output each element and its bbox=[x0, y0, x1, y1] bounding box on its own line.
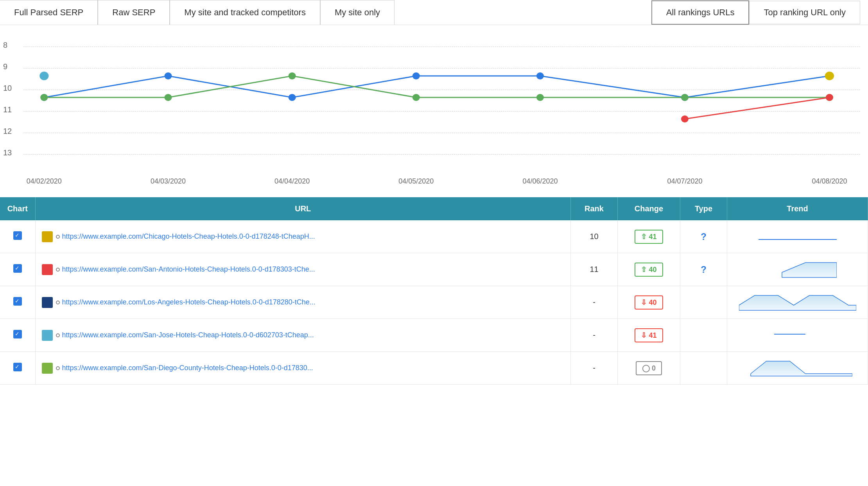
row-0-type-icon: ? bbox=[701, 231, 707, 242]
row-2-url-link[interactable]: https://www.example.com/Los-Angeles-Hote… bbox=[62, 298, 316, 306]
row-4-circle-dot bbox=[56, 366, 60, 370]
chart-point-yellow bbox=[825, 72, 834, 80]
row-4-trend bbox=[727, 352, 868, 385]
row-2-color-swatch bbox=[42, 297, 53, 308]
chart-point-red-1 bbox=[826, 94, 833, 101]
chart-point-green-0 bbox=[40, 94, 48, 101]
chart-point-blue-4 bbox=[536, 72, 544, 79]
svg-marker-4 bbox=[751, 361, 852, 376]
tab-all-rankings-urls[interactable]: All rankings URLs bbox=[651, 0, 750, 25]
row-3-url-cell: https://www.example.com/San-Jose-Hotels-… bbox=[35, 319, 571, 352]
row-1-type-icon: ? bbox=[701, 264, 707, 275]
x-label-4: 04/06/2020 bbox=[522, 177, 558, 185]
row-0-color-swatch bbox=[42, 231, 53, 242]
th-url: URL bbox=[35, 197, 571, 220]
tab-full-parsed-serp[interactable]: Full Parsed SERP bbox=[0, 0, 98, 25]
chart-container: 8 9 10 11 12 13 bbox=[0, 25, 868, 197]
row-0-circle-dot bbox=[56, 235, 60, 239]
chart-series-blue bbox=[44, 76, 830, 97]
row-4-rank: - bbox=[571, 352, 618, 385]
y-label-9: 9 bbox=[3, 62, 7, 71]
chart-svg bbox=[23, 29, 868, 178]
tab-top-ranking-url-only[interactable]: Top ranking URL only bbox=[749, 1, 860, 24]
chart-point-green-2 bbox=[289, 72, 296, 79]
tab-bar-right: All rankings URLs Top ranking URL only bbox=[651, 0, 868, 25]
row-2-url-cell: https://www.example.com/Los-Angeles-Hote… bbox=[35, 286, 571, 319]
th-chart: Chart bbox=[0, 197, 35, 220]
table-row: https://www.example.com/San-Jose-Hotels-… bbox=[0, 319, 868, 352]
svg-marker-2 bbox=[739, 295, 856, 310]
row-0-url-cell: https://www.example.com/Chicago-Hotels-C… bbox=[35, 220, 571, 253]
row-0-change: ⇧ 41 bbox=[618, 220, 680, 253]
row-4-color-swatch bbox=[42, 363, 53, 374]
th-change: Change bbox=[618, 197, 680, 220]
table-row: https://www.example.com/San-Diego-County… bbox=[0, 352, 868, 385]
data-table: Chart URL Rank Change Type Trend https:/… bbox=[0, 197, 868, 385]
row-1-change-badge: ⇧ 40 bbox=[635, 263, 663, 277]
row-4-url-cell: https://www.example.com/San-Diego-County… bbox=[35, 352, 571, 385]
table-row: https://www.example.com/San-Antonio-Hote… bbox=[0, 253, 868, 286]
row-0-checkbox[interactable] bbox=[13, 231, 22, 240]
row-2-rank: - bbox=[571, 286, 618, 319]
x-label-2: 04/04/2020 bbox=[274, 177, 310, 185]
row-4-type bbox=[680, 352, 727, 385]
th-trend: Trend bbox=[727, 197, 868, 220]
y-label-10: 10 bbox=[3, 84, 12, 93]
row-3-circle-dot bbox=[56, 333, 60, 337]
th-rank: Rank bbox=[571, 197, 618, 220]
x-label-1: 04/03/2020 bbox=[151, 177, 186, 185]
chart-point-blue-3 bbox=[412, 72, 420, 79]
row-2-change-badge: ⇩ 40 bbox=[635, 295, 663, 310]
row-4-checkbox[interactable] bbox=[13, 363, 22, 371]
chart-point-lightblue bbox=[39, 72, 48, 80]
table-row: https://www.example.com/Los-Angeles-Hote… bbox=[0, 286, 868, 319]
row-1-checkbox-cell bbox=[0, 253, 35, 286]
chart-point-green-1 bbox=[164, 94, 172, 101]
tab-raw-serp[interactable]: Raw SERP bbox=[98, 0, 170, 25]
row-3-change: ⇩ 41 bbox=[618, 319, 680, 352]
row-1-checkbox[interactable] bbox=[13, 264, 22, 273]
row-3-change-badge: ⇩ 41 bbox=[635, 328, 663, 342]
row-2-checkbox[interactable] bbox=[13, 297, 22, 306]
chart-point-green-3 bbox=[412, 94, 420, 101]
row-2-circle-dot bbox=[56, 301, 60, 304]
row-4-url-link[interactable]: https://www.example.com/San-Diego-County… bbox=[62, 364, 313, 372]
row-1-rank: 11 bbox=[571, 253, 618, 286]
row-0-type: ? bbox=[680, 220, 727, 253]
row-1-circle-dot bbox=[56, 268, 60, 272]
row-3-type bbox=[680, 319, 727, 352]
y-label-8: 8 bbox=[3, 41, 7, 50]
row-3-url-link[interactable]: https://www.example.com/San-Jose-Hotels-… bbox=[62, 331, 314, 339]
th-type: Type bbox=[680, 197, 727, 220]
row-3-checkbox[interactable] bbox=[13, 330, 22, 338]
chart-point-red-0 bbox=[681, 115, 689, 122]
row-1-change: ⇧ 40 bbox=[618, 253, 680, 286]
y-label-13: 13 bbox=[3, 148, 12, 157]
tab-bar: Full Parsed SERP Raw SERP My site and tr… bbox=[0, 0, 868, 25]
row-3-checkbox-cell bbox=[0, 319, 35, 352]
row-0-rank: 10 bbox=[571, 220, 618, 253]
x-label-3: 04/05/2020 bbox=[398, 177, 434, 185]
row-2-checkbox-cell bbox=[0, 286, 35, 319]
row-0-change-badge: ⇧ 41 bbox=[635, 230, 663, 244]
row-2-change: ⇩ 40 bbox=[618, 286, 680, 319]
tab-my-site-competitors[interactable]: My site and tracked competitors bbox=[170, 0, 320, 25]
y-label-11: 11 bbox=[3, 105, 12, 114]
x-label-5: 04/07/2020 bbox=[667, 177, 702, 185]
row-1-url-link[interactable]: https://www.example.com/San-Antonio-Hote… bbox=[62, 265, 315, 273]
row-3-rank: - bbox=[571, 319, 618, 352]
row-0-checkbox-cell bbox=[0, 220, 35, 253]
tab-my-site-only[interactable]: My site only bbox=[320, 0, 395, 25]
row-0-url-link[interactable]: https://www.example.com/Chicago-Hotels-C… bbox=[62, 232, 315, 240]
row-4-change: ◯ 0 bbox=[618, 352, 680, 385]
chart-point-green-4 bbox=[536, 94, 544, 101]
row-3-trend bbox=[727, 319, 868, 352]
row-3-color-swatch bbox=[42, 330, 53, 341]
chart-point-blue-1 bbox=[164, 72, 172, 79]
chart-point-blue-2 bbox=[289, 94, 296, 101]
row-1-color-swatch bbox=[42, 264, 53, 275]
row-1-trend bbox=[727, 253, 868, 286]
row-0-trend bbox=[727, 220, 868, 253]
chart-series-green bbox=[44, 76, 830, 97]
tab-bar-left: Full Parsed SERP Raw SERP My site and tr… bbox=[0, 0, 395, 25]
